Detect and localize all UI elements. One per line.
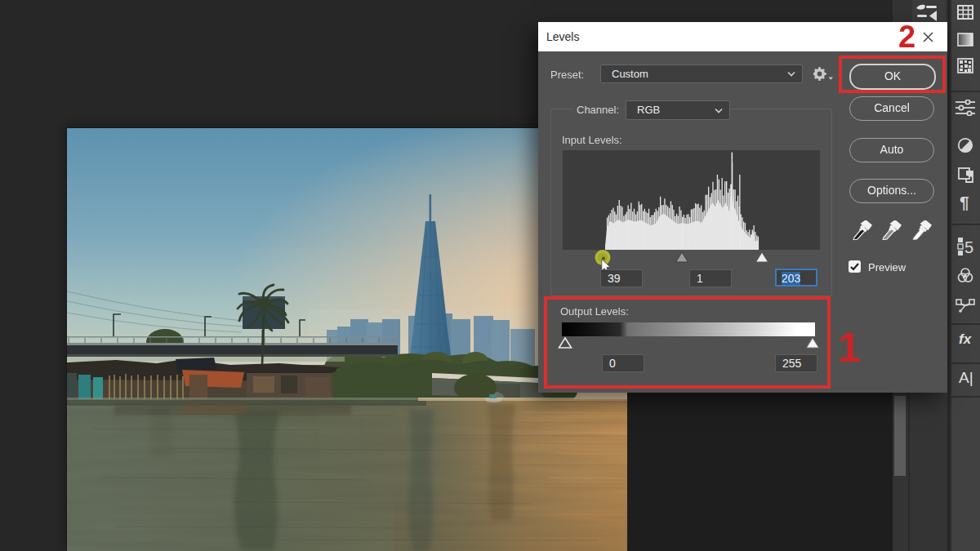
svg-text:5: 5 xyxy=(964,238,973,256)
